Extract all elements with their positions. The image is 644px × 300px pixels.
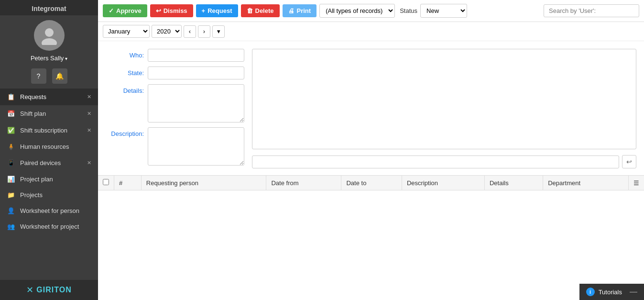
expand-date-button[interactable]: ▾ xyxy=(212,25,225,38)
sidebar-item-shift-plan[interactable]: 📅 Shift plan ✕ xyxy=(0,105,98,122)
col-details: Details xyxy=(484,176,543,190)
close-shift-plan-icon[interactable]: ✕ xyxy=(85,110,93,118)
state-label: State: xyxy=(106,67,144,77)
delete-label: Delete xyxy=(255,7,274,14)
user-name[interactable]: Peters Sally xyxy=(31,55,67,62)
who-label: Who: xyxy=(106,49,144,59)
dismiss-button[interactable]: ↩ Dismiss xyxy=(150,4,193,17)
form-right: ↩ xyxy=(252,49,636,168)
sidebar-item-label: Worksheet for person xyxy=(20,207,79,214)
sidebar-item-label: Paired devices xyxy=(20,159,61,167)
sidebar-item-label: Shift plan xyxy=(20,110,46,117)
trash-icon: 🗑 xyxy=(247,7,253,14)
plus-icon: + xyxy=(202,7,206,14)
approve-button[interactable]: ✓ Approve xyxy=(103,4,147,17)
request-button[interactable]: + Request xyxy=(196,4,238,17)
sidebar-item-shift-subscription[interactable]: ✅ Shift subscription ✕ xyxy=(0,122,98,139)
print-icon: 🖨 xyxy=(288,7,295,14)
close-paired-devices-icon[interactable]: ✕ xyxy=(85,159,93,167)
requests-table: # Requesting person Date from Date to De… xyxy=(98,176,644,190)
search-input[interactable] xyxy=(544,4,639,17)
comment-input[interactable] xyxy=(252,156,619,168)
logo-icon: ✕ xyxy=(26,285,33,295)
details-textarea[interactable] xyxy=(148,84,244,122)
svg-point-1 xyxy=(42,38,57,45)
shift-subscription-icon: ✅ xyxy=(6,127,16,134)
print-label: Print xyxy=(297,7,311,14)
next-date-button[interactable]: › xyxy=(198,25,210,38)
col-date-from: Date from xyxy=(266,176,341,190)
sidebar-item-label: Human resources xyxy=(20,143,69,150)
table-area: # Requesting person Date from Date to De… xyxy=(98,175,644,300)
notification-button[interactable]: 🔔 xyxy=(52,68,67,84)
sidebar-item-projects[interactable]: 📁 Projects xyxy=(0,187,98,203)
shift-plan-icon: 📅 xyxy=(6,110,16,117)
sidebar-item-paired-devices[interactable]: 📱 Paired devices ✕ xyxy=(0,155,98,171)
projects-icon: 📁 xyxy=(6,191,16,199)
sidebar: Integromat Peters Sally ? 🔔 📋 Requests ✕… xyxy=(0,0,98,300)
tutorials-close-icon[interactable]: — xyxy=(630,288,637,296)
sidebar-item-worksheet-person[interactable]: 👤 Worksheet for person xyxy=(0,203,98,219)
sidebar-item-worksheet-project[interactable]: 👥 Worksheet for project xyxy=(0,219,98,234)
col-requesting-person: Requesting person xyxy=(141,176,266,190)
col-department: Department xyxy=(543,176,629,190)
date-nav: JanuaryFebruaryMarch AprilMayJune JulyAu… xyxy=(98,22,644,41)
tutorials-bar[interactable]: i Tutorials — xyxy=(579,284,644,300)
app-title: Integromat xyxy=(0,0,98,15)
help-button[interactable]: ? xyxy=(31,68,46,84)
delete-button[interactable]: 🗑 Delete xyxy=(241,4,280,17)
request-label: Request xyxy=(207,7,232,14)
who-row: Who: xyxy=(106,49,244,62)
col-date-to: Date to xyxy=(341,176,402,190)
sidebar-item-human-resources[interactable]: 🧍 Human resources xyxy=(0,139,98,155)
state-input[interactable] xyxy=(148,67,244,79)
form-area: Who: State: Details: Description: ↩ xyxy=(98,41,644,173)
svg-point-0 xyxy=(45,28,54,37)
human-resources-icon: 🧍 xyxy=(6,143,16,150)
approve-label: Approve xyxy=(116,7,142,14)
col-number: # xyxy=(114,176,142,190)
select-all-checkbox[interactable] xyxy=(103,179,109,185)
table-header-row: # Requesting person Date from Date to De… xyxy=(98,176,644,190)
record-type-select[interactable]: (All types of records) Vacation Sick lea… xyxy=(319,4,395,18)
user-action-icons: ? 🔔 xyxy=(0,66,98,89)
user-profile: Peters Sally xyxy=(0,15,98,66)
who-input[interactable] xyxy=(148,49,244,62)
prev-date-button[interactable]: ‹ xyxy=(184,25,196,38)
sidebar-item-requests[interactable]: 📋 Requests ✕ xyxy=(0,89,98,105)
print-button[interactable]: 🖨 Print xyxy=(283,4,317,17)
form-left: Who: State: Details: Description: xyxy=(106,49,244,168)
worksheet-project-icon: 👥 xyxy=(6,223,16,230)
sidebar-item-label: Worksheet for project xyxy=(20,223,79,230)
description-textarea[interactable] xyxy=(148,127,244,166)
avatar xyxy=(34,20,65,51)
year-select[interactable]: 2019202020212022 xyxy=(152,25,182,38)
comment-row: ↩ xyxy=(252,155,636,168)
col-checkbox xyxy=(98,176,114,190)
sidebar-item-label: Shift subscription xyxy=(20,127,67,134)
avatar-icon xyxy=(40,26,59,45)
details-row: Details: xyxy=(106,84,244,122)
state-row: State: xyxy=(106,67,244,79)
sidebar-item-project-plan[interactable]: 📊 Project plan xyxy=(0,171,98,187)
project-plan-icon: 📊 xyxy=(6,176,16,183)
logo-text: GIRITON xyxy=(36,286,71,294)
reply-button[interactable]: ↩ xyxy=(622,155,636,168)
sidebar-item-label: Projects xyxy=(20,191,43,199)
dismiss-icon: ↩ xyxy=(156,7,161,14)
dismiss-label: Dismiss xyxy=(164,7,187,14)
status-label: Status xyxy=(400,7,417,14)
sidebar-nav: 📋 Requests ✕ 📅 Shift plan ✕ ✅ Shift subs… xyxy=(0,89,98,280)
close-shift-sub-icon[interactable]: ✕ xyxy=(85,126,93,134)
requests-icon: 📋 xyxy=(6,93,16,100)
description-label: Description: xyxy=(106,127,144,137)
main-content: ✓ Approve ↩ Dismiss + Request 🗑 Delete 🖨… xyxy=(98,0,644,300)
status-select[interactable]: New Approved Dismissed xyxy=(420,4,467,18)
tutorials-icon: i xyxy=(586,288,595,296)
description-row: Description: xyxy=(106,127,244,166)
close-requests-icon[interactable]: ✕ xyxy=(85,93,93,101)
month-select[interactable]: JanuaryFebruaryMarch AprilMayJune JulyAu… xyxy=(103,25,150,38)
toolbar: ✓ Approve ↩ Dismiss + Request 🗑 Delete 🖨… xyxy=(98,0,644,22)
col-menu[interactable]: ☰ xyxy=(629,176,644,190)
sidebar-item-label: Requests xyxy=(20,93,46,100)
